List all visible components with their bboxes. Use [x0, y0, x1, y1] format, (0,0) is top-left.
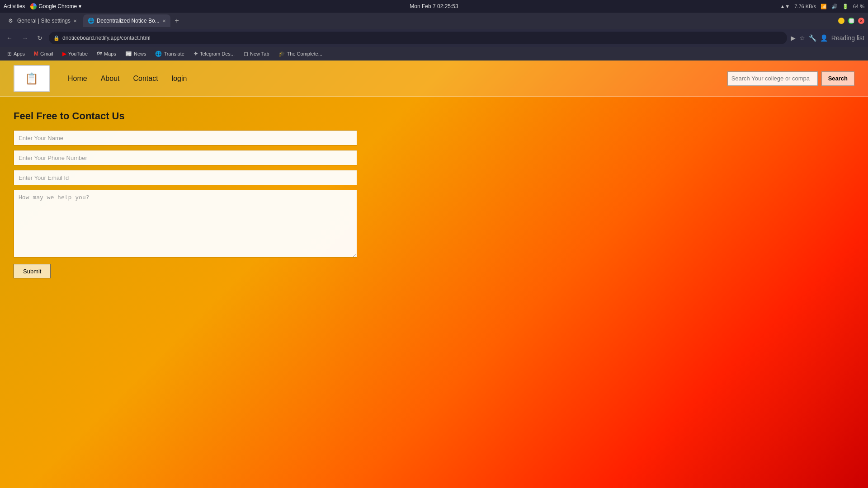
email-input[interactable]	[14, 170, 357, 185]
apps-icon: ⊞	[7, 51, 12, 57]
os-datetime: Mon Feb 7 02:25:53	[410, 3, 458, 9]
message-textarea[interactable]	[14, 190, 357, 258]
bookmark-telegram[interactable]: ✈ Telegram Des...	[190, 50, 238, 58]
window-controls: — ⬜ ✕	[838, 18, 864, 24]
address-bar-icons: ▶ ☆ 🔧 👤 Reading list	[791, 34, 864, 42]
logo-icon: 📋	[25, 72, 38, 85]
window-close-button[interactable]: ✕	[858, 18, 864, 24]
maps-icon: 🗺	[97, 51, 102, 57]
newtab-icon: ◻	[244, 51, 248, 57]
lock-icon: 🔒	[53, 35, 60, 41]
browser-content: 📋 Home About Contact login Search Feel F…	[0, 61, 868, 488]
address-bar-input[interactable]: 🔒 dnoticeboard.netlify.app/contact.html	[49, 32, 787, 44]
site-search-input[interactable]	[727, 71, 818, 86]
translate-icon: 🌐	[155, 51, 162, 57]
chrome-icon	[30, 3, 37, 9]
nav-contact[interactable]: Contact	[133, 75, 158, 83]
phone-input[interactable]	[14, 150, 357, 165]
tab-favicon-settings: ⚙	[8, 18, 14, 24]
contact-title: Feel Free to Contact Us	[14, 110, 854, 122]
site-navbar: 📋 Home About Contact login Search	[0, 61, 868, 97]
nav-home[interactable]: Home	[68, 75, 87, 83]
cast-icon[interactable]: ▶	[791, 34, 796, 42]
tab-site-settings[interactable]: ⚙ General | Site settings ✕	[4, 14, 81, 27]
network-speed: 7.76 KB/s	[794, 4, 816, 9]
wifi-icon: 📶	[821, 4, 827, 9]
profile-icon[interactable]: 👤	[820, 34, 828, 42]
new-tab-button[interactable]: +	[172, 17, 182, 25]
os-bar: Activities Google Chrome ▾ Mon Feb 7 02:…	[0, 0, 868, 13]
bookmark-complete[interactable]: 🎓 The Complete...	[275, 50, 326, 58]
tab-noticeboard[interactable]: 🌐 Decentralized Notice Bo... ✕	[83, 14, 170, 27]
extension-icon[interactable]: 🔧	[809, 34, 816, 42]
nav-login[interactable]: login	[172, 75, 187, 83]
speaker-icon: 🔊	[831, 4, 838, 9]
name-input[interactable]	[14, 130, 357, 145]
battery-icon: 🔋	[842, 4, 849, 9]
address-bar: ← → ↻ 🔒 dnoticeboard.netlify.app/contact…	[0, 29, 868, 47]
os-chrome-label: Google Chrome ▾	[30, 3, 81, 9]
battery-percent: 64 %	[853, 4, 864, 9]
bookmark-newtab[interactable]: ◻ New Tab	[240, 50, 273, 58]
network-icon: ▲▼	[780, 4, 790, 9]
tab-close-settings[interactable]: ✕	[73, 19, 77, 23]
forward-button[interactable]: →	[19, 33, 31, 43]
bookmark-apps[interactable]: ⊞ Apps	[4, 50, 28, 58]
news-icon: 📰	[125, 51, 132, 57]
back-button[interactable]: ←	[4, 33, 15, 43]
tab-title-noticeboard: Decentralized Notice Bo...	[97, 18, 160, 24]
bookmark-youtube[interactable]: ▶ YouTube	[59, 50, 91, 58]
window-maximize-button[interactable]: ⬜	[848, 18, 854, 24]
url-display: dnoticeboard.netlify.app/contact.html	[62, 35, 783, 41]
telegram-icon: ✈	[193, 51, 198, 57]
youtube-icon: ▶	[62, 51, 66, 57]
tab-title-settings: General | Site settings	[17, 18, 71, 24]
bookmark-gmail[interactable]: M Gmail	[30, 50, 57, 58]
contact-section: Feel Free to Contact Us Submit	[0, 97, 868, 292]
reading-list-label[interactable]: Reading list	[831, 34, 864, 42]
bookmark-news[interactable]: 📰 News	[122, 50, 150, 58]
bookmark-star-icon[interactable]: ☆	[799, 34, 805, 42]
reload-button[interactable]: ↻	[34, 33, 45, 43]
os-activities-label[interactable]: Activities	[4, 3, 25, 9]
chrome-titlebar: ⚙ General | Site settings ✕ 🌐 Decentrali…	[0, 13, 868, 29]
nav-about[interactable]: About	[101, 75, 120, 83]
tab-favicon-noticeboard: 🌐	[88, 18, 94, 24]
bookmark-translate[interactable]: 🌐 Translate	[151, 50, 188, 58]
gmail-icon: M	[34, 51, 38, 57]
site-search-area: Search	[727, 71, 854, 86]
tab-close-noticeboard[interactable]: ✕	[162, 19, 166, 23]
complete-icon: 🎓	[278, 51, 285, 57]
bookmarks-bar: ⊞ Apps M Gmail ▶ YouTube 🗺 Maps 📰 News 🌐…	[0, 47, 868, 61]
submit-button[interactable]: Submit	[14, 264, 51, 278]
window-minimize-button[interactable]: —	[838, 18, 844, 24]
site-search-button[interactable]: Search	[821, 71, 854, 86]
bookmark-maps[interactable]: 🗺 Maps	[93, 50, 120, 58]
site-logo: 📋	[14, 65, 50, 92]
site-nav-links: Home About Contact login	[59, 75, 718, 83]
